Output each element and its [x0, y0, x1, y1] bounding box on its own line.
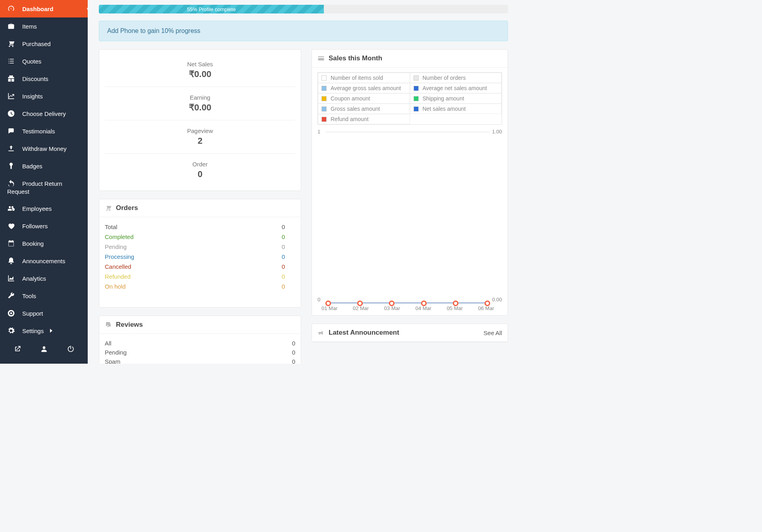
y-tick: 0.00: [492, 297, 502, 303]
legend-swatch: [414, 106, 419, 112]
sidebar-label: Settings: [22, 328, 44, 334]
sidebar-item-discounts[interactable]: Discounts: [0, 70, 88, 87]
chart-legend: Number of items soldAverage gross sales …: [318, 72, 502, 125]
reviews-card: Reviews All0Pending0Spam0: [99, 316, 301, 364]
sidebar-item-employees[interactable]: Employees: [0, 200, 88, 217]
legend-label: Shipping amount: [423, 95, 464, 102]
sidebar-item-tools[interactable]: Tools: [0, 287, 88, 305]
order-status-label: Completed: [105, 233, 271, 240]
legend-swatch: [414, 96, 419, 101]
caret-right-icon: [50, 329, 52, 333]
order-status-label: Cancelled: [105, 263, 271, 270]
sidebar-label: Support: [22, 310, 43, 317]
order-status-row[interactable]: Completed0: [105, 232, 295, 242]
undo-icon: [7, 179, 15, 187]
sidebar-item-purchased[interactable]: Purchased: [0, 35, 88, 52]
sidebar-item-items[interactable]: Items: [0, 17, 88, 35]
order-status-value: 0: [271, 263, 295, 270]
stat-pageview: Pageview 2: [105, 120, 295, 154]
sidebar-item-booking[interactable]: Booking: [0, 235, 88, 252]
sidebar-item-announcements[interactable]: Announcements: [0, 252, 88, 270]
sidebar-label: Badges: [22, 163, 42, 170]
sidebar-label: Dashboard: [22, 6, 53, 12]
sidebar-label-a: Product Return: [22, 180, 62, 187]
order-status-value: 0: [271, 224, 295, 230]
see-all-link[interactable]: See All: [483, 330, 502, 336]
y-tick: 1: [318, 129, 320, 135]
legend-swatch: [321, 75, 327, 81]
review-status-row[interactable]: All0: [105, 339, 295, 348]
card-title: Sales this Month: [329, 54, 382, 62]
legend-swatch: [321, 86, 327, 91]
order-status-row[interactable]: Cancelled0: [105, 262, 295, 272]
legend-item[interactable]: Net sales amount: [410, 104, 502, 114]
sidebar-item-quotes[interactable]: Quotes: [0, 52, 88, 70]
sidebar-label: Quotes: [22, 58, 41, 65]
sales-chart: 1 1.00 0 0.00 01 Mar02 Mar03 Mar04 Mar05…: [318, 129, 502, 311]
review-status-value: 0: [292, 340, 295, 347]
legend-item[interactable]: Average net sales amount: [410, 83, 502, 93]
sidebar-item-settings[interactable]: Settings: [0, 322, 88, 339]
comments-icon: [105, 321, 112, 328]
user-icon[interactable]: [40, 345, 48, 353]
y-tick: 1.00: [492, 129, 502, 135]
sidebar-item-analytics[interactable]: Analytics: [0, 270, 88, 287]
profile-hint-alert: Add Phone to gain 10% progress: [99, 21, 508, 41]
sidebar-label: Insights: [22, 93, 43, 100]
sidebar-item-testimonials[interactable]: Testimonials: [0, 122, 88, 140]
sidebar-item-followers[interactable]: Followers: [0, 217, 88, 235]
external-link-icon[interactable]: [13, 345, 21, 353]
credit-card-icon: [318, 55, 325, 62]
order-status-label: Pending: [105, 243, 271, 250]
sidebar-item-choose-delivery[interactable]: Choose Delivery: [0, 105, 88, 122]
order-status-row[interactable]: Refunded0: [105, 272, 295, 281]
sidebar-label: Items: [22, 23, 37, 30]
list-icon: [7, 57, 15, 65]
legend-item[interactable]: Shipping amount: [410, 93, 502, 104]
cart-icon: [105, 204, 112, 212]
legend-swatch: [414, 75, 419, 81]
review-status-row[interactable]: Pending0: [105, 348, 295, 357]
stat-value: 0: [109, 169, 291, 179]
sidebar-item-badges[interactable]: Badges: [0, 157, 88, 175]
stat-order: Order 0: [105, 154, 295, 187]
sidebar-item-support[interactable]: Support: [0, 305, 88, 322]
sidebar-label: Testimonials: [22, 128, 55, 135]
order-status-row[interactable]: Total0: [105, 222, 295, 232]
line-chart-icon: [7, 92, 15, 100]
sidebar-item-product-return-request[interactable]: Product Return Request: [0, 175, 88, 200]
x-tick: 06 Mar: [478, 305, 494, 311]
legend-label: Coupon amount: [331, 95, 370, 102]
order-status-row[interactable]: On hold0: [105, 281, 295, 291]
sidebar-item-withdraw-money[interactable]: Withdraw Money: [0, 140, 88, 157]
legend-swatch: [414, 86, 419, 91]
briefcase-icon: [7, 22, 15, 30]
sidebar-footer: [0, 339, 88, 359]
review-status-row[interactable]: Spam0: [105, 357, 295, 364]
order-status-row[interactable]: Processing0: [105, 252, 295, 262]
profile-progress-fill: 55% Profile complete: [99, 5, 324, 13]
legend-swatch: [321, 117, 327, 122]
sidebar-item-insights[interactable]: Insights: [0, 87, 88, 105]
gift-icon: [7, 75, 15, 83]
card-title: Latest Announcement: [329, 329, 399, 337]
sidebar-label: Employees: [22, 205, 52, 212]
x-tick: 05 Mar: [447, 305, 463, 311]
legend-item[interactable]: Number of orders: [410, 73, 502, 83]
legend-item[interactable]: Number of items sold: [318, 73, 410, 83]
order-status-value: 0: [271, 243, 295, 250]
order-status-row[interactable]: Pending0: [105, 242, 295, 252]
legend-swatch: [321, 96, 327, 101]
power-icon[interactable]: [67, 345, 75, 353]
profile-progress-text: 55% Profile complete: [187, 6, 236, 12]
sidebar: Dashboard Items Purchased Quotes Discoun…: [0, 0, 88, 364]
legend-item[interactable]: Refund amount: [318, 114, 410, 124]
area-chart-icon: [7, 274, 15, 282]
wrench-icon: [7, 292, 15, 300]
legend-item[interactable]: Coupon amount: [318, 93, 410, 104]
legend-item[interactable]: Gross sales amount: [318, 104, 410, 114]
stat-earning: Earning ₹0.00: [105, 87, 295, 120]
legend-label: Net sales amount: [423, 106, 466, 112]
sidebar-item-dashboard[interactable]: Dashboard: [0, 0, 88, 17]
legend-item[interactable]: Average gross sales amount: [318, 83, 410, 93]
